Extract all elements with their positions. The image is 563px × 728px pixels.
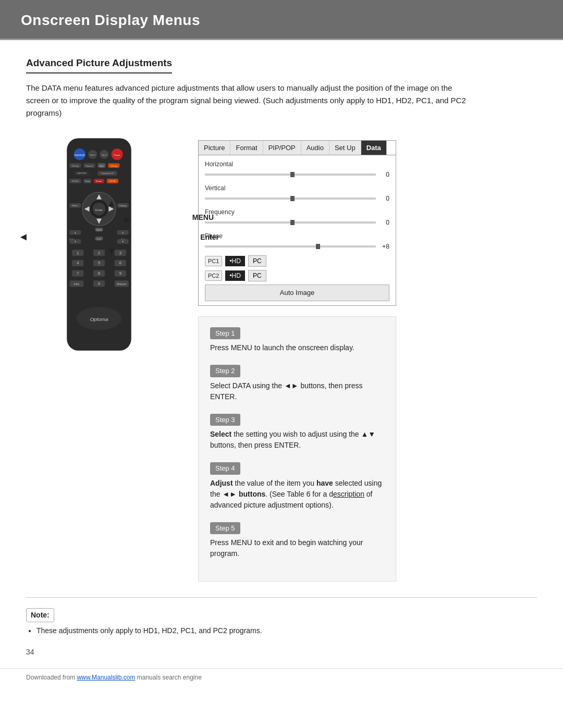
tab-pip-pop[interactable]: PIP/POP xyxy=(263,141,301,155)
svg-text:0: 0 xyxy=(98,281,100,286)
divider xyxy=(26,597,537,598)
osd-horizontal-value: 0 xyxy=(379,170,389,179)
note-item-1: These adjustments only apply to HD1, HD2… xyxy=(36,625,537,636)
osd-horizontal-label: Horizontal xyxy=(205,159,389,169)
svg-text:Menu: Menu xyxy=(72,204,78,207)
svg-text:3: 3 xyxy=(119,250,121,255)
svg-text:6: 6 xyxy=(119,261,121,265)
section-title: Advanced Picture Adjustments xyxy=(26,56,172,73)
step-1-badge: Step 1 xyxy=(210,327,240,340)
svg-text:7: 7 xyxy=(77,271,79,276)
enter-label: Enter xyxy=(200,232,219,243)
svg-text:CH Dn: CH Dn xyxy=(109,180,116,182)
osd-frequency-slider[interactable]: 0 xyxy=(205,218,389,227)
osd-horizontal-track xyxy=(205,174,376,176)
svg-text:PIP/POP: PIP/POP xyxy=(77,172,86,175)
down-arrow-label: ▼ xyxy=(107,244,116,258)
osd-tabs: Picture Format PIP/POP Audio Set Up Data xyxy=(199,141,396,156)
osd-phase-slider[interactable]: +8 xyxy=(205,242,389,251)
step-1-text: Press MENU to launch the onscreen displa… xyxy=(210,342,384,353)
osd-horizontal-thumb xyxy=(290,172,295,177)
svg-text:▼: ▼ xyxy=(122,240,124,243)
osd-vertical-value: 0 xyxy=(379,194,389,203)
svg-text:Display: Display xyxy=(119,204,127,207)
osd-pc2-row: PC2 •HD PC xyxy=(205,270,389,281)
tab-data[interactable]: Data xyxy=(361,141,387,155)
tab-setup[interactable]: Set Up xyxy=(329,141,361,155)
svg-text:Favorite CH: Favorite CH xyxy=(102,172,114,175)
osd-phase-track xyxy=(205,245,376,248)
page-number: 34 xyxy=(0,636,563,668)
tab-picture[interactable]: Picture xyxy=(199,141,230,155)
osd-horizontal-slider[interactable]: 0 xyxy=(205,170,389,179)
svg-text:▲: ▲ xyxy=(122,231,124,234)
svg-text:Power: Power xyxy=(114,153,120,156)
osd-body: Horizontal 0 Vertical xyxy=(199,155,396,305)
osd-frequency-label: Frequency xyxy=(205,207,389,217)
svg-text:Info: Info xyxy=(74,281,80,285)
osd-pc2-hd-button[interactable]: •HD xyxy=(225,270,245,281)
main-content: Advanced Picture Adjustments The DATA me… xyxy=(0,56,563,598)
osd-vertical-thumb xyxy=(290,196,295,201)
osd-pc1-pc-button[interactable]: PC xyxy=(248,255,266,267)
step-2-badge: Step 2 xyxy=(210,365,240,377)
step-4-text: Adjust the value of the item you have se… xyxy=(210,478,384,511)
svg-text:PIP/POP: PIP/POP xyxy=(75,154,85,156)
step-5-badge: Step 5 xyxy=(210,522,240,535)
svg-text:Enter: Enter xyxy=(95,207,103,211)
footer-link[interactable]: www.Manualslib.com xyxy=(77,674,135,681)
svg-text:1: 1 xyxy=(77,250,79,255)
svg-text:CH Up: CH Up xyxy=(72,164,79,167)
svg-text:HD.S: HD.S xyxy=(90,153,95,156)
svg-text:9: 9 xyxy=(119,271,121,276)
osd-frequency-row: Frequency 0 xyxy=(205,207,389,227)
header-banner: Onscreen Display Menus xyxy=(0,0,563,40)
osd-pc1-hd-button[interactable]: •HD xyxy=(225,256,245,266)
tab-audio[interactable]: Audio xyxy=(301,141,329,155)
svg-text:Source: Source xyxy=(86,164,93,167)
svg-text:8: 8 xyxy=(98,271,100,276)
osd-horizontal-row: Horizontal 0 xyxy=(205,159,389,179)
step-3-badge: Step 3 xyxy=(210,414,240,426)
osd-phase-thumb xyxy=(316,244,320,249)
step-3-block: Step 3 Select the setting you wish to ad… xyxy=(210,414,384,451)
svg-text:Erase: Erase xyxy=(96,180,102,182)
step-2-text: Select DATA using the ◄► buttons, then p… xyxy=(210,380,384,402)
remote-control: ◄ ▲ MENU ► Enter ▼ P xyxy=(26,135,182,357)
osd-phase-row: Phase +8 xyxy=(205,231,389,251)
tab-format[interactable]: Format xyxy=(230,141,263,155)
osd-menu-panel: Picture Format PIP/POP Audio Set Up Data… xyxy=(198,140,396,306)
osd-pc1-row: PC1 •HD PC xyxy=(205,255,389,267)
osd-vertical-track xyxy=(205,198,376,200)
svg-text:SD.S: SD.S xyxy=(102,153,107,156)
svg-text:C.C: C.C xyxy=(97,238,101,240)
step-5-block: Step 5 Press MENU to exit and to begin w… xyxy=(210,522,384,560)
osd-vertical-label: Vertical xyxy=(205,183,389,193)
osd-pc2-pc-button[interactable]: PC xyxy=(248,270,266,281)
osd-pc1-label: PC1 xyxy=(205,256,222,267)
osd-pc2-label: PC2 xyxy=(205,270,222,281)
page-title: Onscreen Display Menus xyxy=(21,9,542,31)
svg-text:Swap: Swap xyxy=(84,180,90,182)
note-list: These adjustments only apply to HD1, HD2… xyxy=(36,625,537,636)
right-arrow-label: ► xyxy=(123,213,132,227)
note-label: Note: xyxy=(26,608,54,622)
osd-auto-image-button[interactable]: Auto Image xyxy=(205,285,389,301)
footer-suffix: manuals search engine xyxy=(135,674,201,681)
osd-phase-label: Phase xyxy=(205,231,389,241)
osd-frequency-value: 0 xyxy=(379,218,389,227)
step-1-block: Step 1 Press MENU to launch the onscreen… xyxy=(210,327,384,354)
step-4-block: Step 4 Adjust the value of the item you … xyxy=(210,462,384,511)
svg-text:4: 4 xyxy=(77,261,79,265)
osd-vertical-row: Vertical 0 xyxy=(205,183,389,203)
svg-text:CH Dn: CH Dn xyxy=(72,180,79,182)
svg-text:Optoma: Optoma xyxy=(90,316,108,322)
osd-frequency-thumb xyxy=(290,220,295,225)
osd-frequency-track xyxy=(205,221,376,224)
svg-text:MTS: MTS xyxy=(96,229,101,231)
footer: Downloaded from www.Manualslib.com manua… xyxy=(0,668,563,686)
osd-area: Picture Format PIP/POP Audio Set Up Data… xyxy=(198,135,396,582)
osd-vertical-slider[interactable]: 0 xyxy=(205,194,389,203)
step-4-badge: Step 4 xyxy=(210,462,240,475)
svg-text:Add: Add xyxy=(100,164,104,167)
